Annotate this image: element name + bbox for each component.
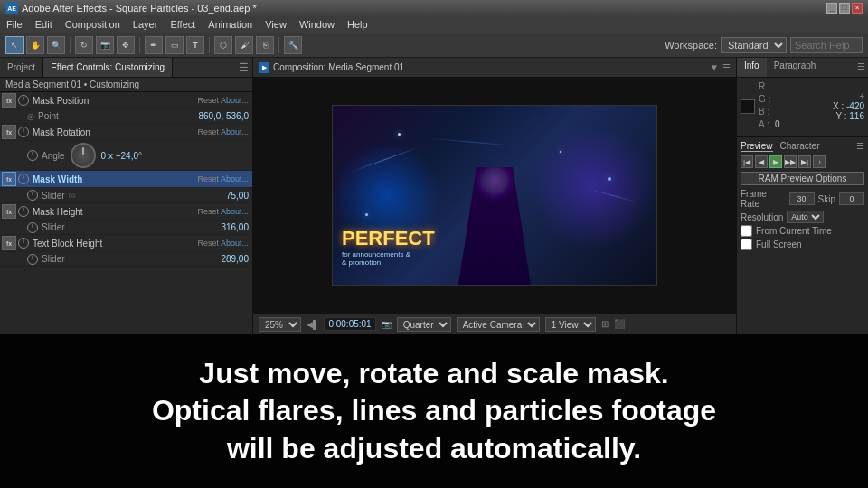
x-coord: X : -420: [833, 101, 864, 111]
mask-width-label: Mask Width: [31, 174, 197, 184]
mask-position-about[interactable]: About...: [221, 96, 249, 105]
ram-preview-btn[interactable]: RAM Preview Options: [741, 172, 864, 185]
mask-rotation-row[interactable]: fx Mask Rotation Reset About...: [0, 124, 252, 141]
from-current-row: From Current Time: [741, 225, 864, 237]
maximize-btn[interactable]: □: [839, 3, 850, 14]
resolution-select[interactable]: Auto: [787, 211, 824, 223]
menu-view[interactable]: View: [262, 18, 289, 31]
tab-paragraph[interactable]: Paragraph: [767, 58, 824, 77]
effects-scroll[interactable]: fx Mask Position Reset About... ◎ Point …: [0, 92, 252, 334]
tab-preview[interactable]: Preview: [741, 141, 773, 152]
tool-zoom[interactable]: 🔍: [47, 36, 65, 54]
minimize-btn[interactable]: _: [826, 3, 837, 14]
comp-menu-btn[interactable]: ☰: [722, 62, 731, 72]
stopwatch-angle[interactable]: [27, 150, 38, 161]
text-sub1: for announcements &: [342, 250, 435, 258]
tab-effect-controls[interactable]: Effect Controls: Customizing: [43, 58, 173, 77]
mask-height-reset[interactable]: Reset: [197, 207, 219, 216]
separator-2: [139, 37, 140, 53]
r-label: R :: [759, 81, 775, 91]
text-block-height-row[interactable]: fx Text Block Height Reset About...: [0, 235, 252, 252]
mask-position-value[interactable]: 860,0, 536,0: [198, 111, 249, 121]
tab-info[interactable]: Info: [737, 58, 767, 77]
camera-select[interactable]: Active Camera: [457, 317, 540, 332]
stopwatch-text-height[interactable]: [18, 238, 29, 249]
menu-effect[interactable]: Effect: [167, 18, 198, 31]
from-current-checkbox[interactable]: [741, 225, 752, 237]
menu-animation[interactable]: Animation: [205, 18, 255, 31]
mask-height-row[interactable]: fx Mask Height Reset About...: [0, 203, 252, 221]
comp-expand-btn[interactable]: ▼: [710, 62, 719, 72]
text-block-height-value[interactable]: 289,00: [221, 254, 249, 264]
text-block-height-about[interactable]: About...: [221, 239, 249, 248]
tool-select[interactable]: ↖: [5, 36, 24, 54]
mask-width-reset[interactable]: Reset: [197, 174, 219, 183]
full-screen-row: Full Screen: [741, 239, 864, 250]
mask-height-about[interactable]: About...: [221, 207, 249, 216]
stopwatch-mask-pos[interactable]: [18, 95, 29, 106]
full-screen-label: Full Screen: [756, 239, 802, 249]
tool-mask[interactable]: ▭: [165, 36, 184, 54]
tool-camera[interactable]: 📷: [96, 36, 114, 54]
bottom-overlay: Just move, rotate and scale mask. Optica…: [0, 334, 868, 488]
menu-window[interactable]: Window: [297, 18, 337, 31]
stopwatch-height-slider[interactable]: [27, 222, 38, 233]
tool-shape[interactable]: ⬡: [214, 36, 232, 54]
prev-back[interactable]: ◀: [755, 155, 768, 168]
mask-width-value[interactable]: 75,00: [226, 191, 249, 201]
stopwatch-mask-rot[interactable]: [18, 127, 29, 137]
skip-input[interactable]: [839, 192, 864, 205]
prev-forward[interactable]: ▶▶: [784, 155, 797, 168]
mask-rotation-reset[interactable]: Reset: [197, 127, 219, 136]
tool-hand[interactable]: ✋: [26, 36, 44, 54]
slider-label-text: Slider: [42, 254, 65, 264]
tab-character[interactable]: Character: [780, 141, 820, 152]
tool-text[interactable]: T: [186, 36, 204, 54]
tool-paint[interactable]: 🖌: [235, 36, 253, 54]
fx-icon-text-height: fx: [2, 236, 16, 250]
grid-btn[interactable]: ⊞: [601, 319, 609, 329]
menu-edit[interactable]: Edit: [33, 18, 55, 31]
workspace-selector: Workspace: Standard: [665, 37, 863, 53]
tool-clone[interactable]: ⎘: [256, 36, 274, 54]
close-btn[interactable]: ×: [852, 3, 863, 14]
zoom-select[interactable]: 25%: [259, 317, 301, 332]
info-menu-btn[interactable]: ☰: [854, 58, 868, 77]
prev-play[interactable]: ▶: [769, 155, 782, 168]
mask-rotation-about[interactable]: About...: [221, 127, 249, 136]
views-select[interactable]: 1 View: [545, 317, 596, 332]
tool-rotate[interactable]: ↻: [75, 36, 93, 54]
tab-project[interactable]: Project: [0, 58, 43, 77]
mask-position-row[interactable]: fx Mask Position Reset About...: [0, 92, 252, 109]
menu-layer[interactable]: Layer: [130, 18, 161, 31]
frame-rate-input[interactable]: [789, 192, 815, 205]
text-block-height-reset[interactable]: Reset: [197, 239, 219, 248]
prev-audio[interactable]: ♪: [813, 155, 826, 168]
stopwatch-width-slider[interactable]: [27, 190, 38, 201]
stopwatch-mask-width[interactable]: [18, 174, 29, 184]
menu-composition[interactable]: Composition: [62, 18, 123, 31]
mask-width-row[interactable]: fx Mask Width Reset About...: [0, 171, 252, 188]
stopwatch-text-slider[interactable]: [27, 254, 38, 265]
prev-last[interactable]: ▶|: [798, 155, 811, 168]
panel-menu-btn[interactable]: ☰: [235, 58, 252, 77]
quality-select[interactable]: Quarter: [397, 317, 451, 332]
search-input[interactable]: [790, 37, 863, 53]
mask-width-about[interactable]: About...: [221, 174, 249, 183]
full-screen-checkbox[interactable]: [741, 239, 752, 250]
tool-pen[interactable]: ✒: [145, 36, 163, 54]
frame-rate-row: Frame Rate Skip: [741, 189, 864, 209]
menu-file[interactable]: File: [4, 18, 25, 31]
prev-first[interactable]: |◀: [741, 155, 753, 168]
tool-puppet[interactable]: 🔧: [284, 36, 302, 54]
mask-height-value[interactable]: 316,00: [221, 222, 249, 232]
angle-dial[interactable]: [71, 143, 96, 168]
text-block-height-label: Text Block Height: [31, 239, 197, 249]
stopwatch-mask-height[interactable]: [18, 206, 29, 217]
tool-pan[interactable]: ✥: [117, 36, 135, 54]
workspace-select[interactable]: Standard: [721, 37, 787, 53]
preview-menu-btn[interactable]: ☰: [856, 141, 864, 152]
mask-position-reset[interactable]: Reset: [197, 96, 219, 105]
transparency-btn[interactable]: ⬛: [614, 319, 625, 329]
menu-help[interactable]: Help: [344, 18, 371, 31]
